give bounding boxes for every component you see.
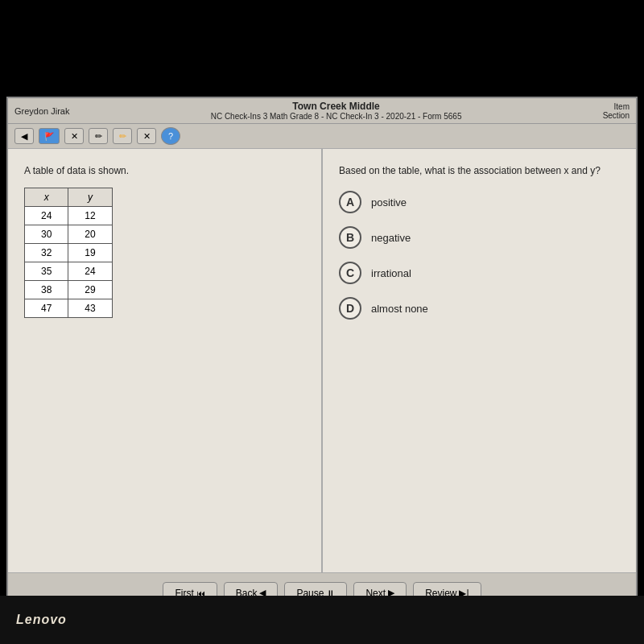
option-c[interactable]: Cirrational: [339, 262, 620, 284]
cell-y: 20: [68, 225, 112, 244]
option-label-b: negative: [371, 232, 411, 244]
option-label-d: almost none: [371, 303, 428, 315]
cell-y: 12: [68, 207, 112, 225]
exam-info: NC Check-Ins 3 Math Grade 8 - NC Check-I…: [69, 112, 602, 121]
cell-x: 24: [25, 207, 68, 225]
cell-y: 29: [68, 281, 112, 299]
col-header-x: x: [25, 188, 68, 207]
help-button[interactable]: ?: [161, 127, 180, 145]
option-circle-a: A: [339, 191, 361, 213]
cell-y: 24: [68, 262, 112, 281]
table-row: 3829: [25, 281, 113, 299]
table-row: 2412: [25, 207, 113, 225]
question-intro: A table of data is shown.: [24, 165, 305, 176]
x2-button[interactable]: ✕: [137, 128, 156, 144]
cell-x: 30: [25, 225, 68, 244]
option-b[interactable]: Bnegative: [339, 226, 620, 249]
table-row: 3020: [25, 225, 113, 244]
option-d[interactable]: Dalmost none: [339, 297, 620, 320]
question-text: Based on the table, what is the associat…: [339, 165, 620, 176]
option-circle-d: D: [339, 297, 361, 320]
title-bar: Greydon Jirak Town Creek Middle NC Check…: [8, 98, 636, 124]
cell-y: 19: [68, 244, 112, 262]
content-area: A table of data is shown. x y 2412302032…: [8, 149, 636, 572]
data-table: x y 241230203219352438294743: [24, 188, 113, 318]
option-circle-b: B: [339, 226, 361, 249]
header-center: Town Creek Middle NC Check-Ins 3 Math Gr…: [69, 101, 602, 121]
pencil-button[interactable]: ✏: [89, 128, 108, 144]
table-row: 4743: [25, 299, 113, 318]
option-label-a: positive: [371, 196, 407, 208]
school-name: Town Creek Middle: [69, 101, 602, 112]
right-panel: Based on the table, what is the associat…: [323, 149, 636, 572]
x-button[interactable]: ✕: [64, 128, 84, 144]
lenovo-logo: Lenovo: [16, 613, 67, 627]
cell-x: 35: [25, 262, 68, 281]
marker-button[interactable]: ✏: [113, 128, 132, 144]
options-list: ApositiveBnegativeCirrationalDalmost non…: [339, 191, 620, 320]
student-name: Greydon Jirak: [14, 106, 69, 116]
screen: Greydon Jirak Town Creek Middle NC Check…: [6, 97, 638, 596]
cell-x: 32: [25, 244, 68, 262]
lenovo-bar: Lenovo: [0, 596, 644, 644]
item-label: Item: [603, 102, 630, 111]
toolbar: ◀ 🚩 ✕ ✏ ✏ ✕ ?: [8, 124, 636, 149]
section-label: Section: [603, 111, 630, 120]
back-small-button[interactable]: ◀: [14, 128, 34, 144]
table-row: 3219: [25, 244, 113, 262]
cell-x: 47: [25, 299, 68, 318]
option-circle-c: C: [339, 262, 361, 284]
header-right: Item Section: [603, 102, 630, 120]
table-row: 3524: [25, 262, 113, 281]
cell-y: 43: [68, 299, 112, 318]
option-label-c: irrational: [371, 267, 411, 279]
left-panel: A table of data is shown. x y 2412302032…: [8, 149, 323, 572]
flag-button[interactable]: 🚩: [39, 128, 60, 144]
col-header-y: y: [68, 188, 112, 207]
option-a[interactable]: Apositive: [339, 191, 620, 213]
cell-x: 38: [25, 281, 68, 299]
